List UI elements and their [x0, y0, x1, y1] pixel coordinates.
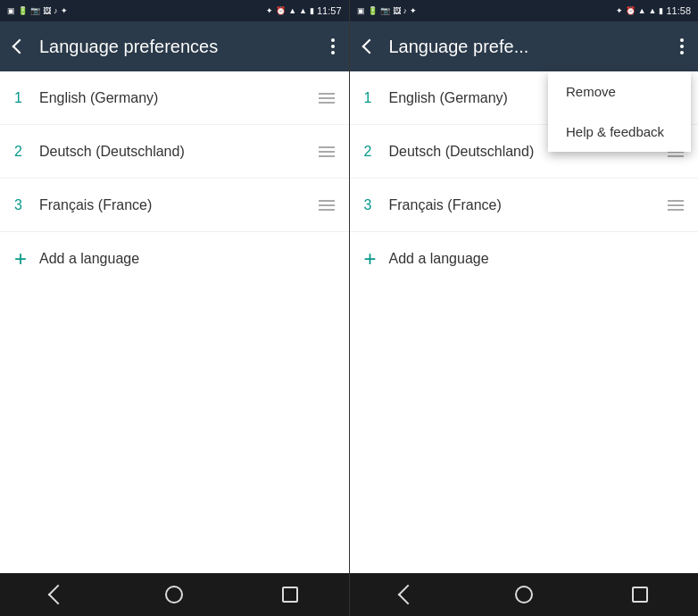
- language-list-left: 1 English (Germany) 2 Deutsch (Deutschla…: [0, 71, 349, 573]
- dropdown-help-feedback[interactable]: Help & feedback: [548, 112, 691, 152]
- nav-home-left[interactable]: [152, 573, 196, 616]
- right-screen: ▣ 🔋 📷 🖼 ♪ ✦ ✦ ⏰ ▲ ▲ ▮ 11:58 Language pre…: [350, 0, 699, 616]
- nav-back-left[interactable]: [36, 573, 80, 616]
- lang-name-3-left: Français (France): [39, 197, 319, 213]
- bt-icon-r: ✦: [616, 7, 623, 15]
- lang-number-2-right: 2: [364, 144, 389, 160]
- status-icons-right: ✦ ⏰ ▲ ▲ ▮ 11:57: [266, 5, 341, 16]
- language-item-2-left[interactable]: 2 Deutsch (Deutschland): [0, 125, 349, 179]
- camera-icon: 📷: [30, 7, 40, 15]
- wifi-icon: ▲: [288, 7, 296, 15]
- battery-small-icon: 🔋: [18, 7, 28, 15]
- bt-icon: ✦: [266, 7, 273, 15]
- add-language-item-right[interactable]: + Add a language: [350, 232, 699, 286]
- app-title-right: Language prefe...: [389, 37, 667, 57]
- add-icon-right: +: [364, 246, 389, 271]
- nav-recents-right[interactable]: [618, 573, 662, 616]
- lang-number-2-left: 2: [14, 144, 39, 160]
- nav-recents-left[interactable]: [268, 573, 312, 616]
- battery-small-icon-r: 🔋: [368, 7, 378, 15]
- add-language-label-right: Add a language: [389, 251, 489, 267]
- app-bar-left: Language preferences: [0, 21, 349, 71]
- nav-home-right[interactable]: [502, 573, 546, 616]
- dropdown-remove[interactable]: Remove: [548, 71, 691, 112]
- signal-icon-r: ▲: [649, 7, 657, 15]
- alarm-icon: ⏰: [276, 7, 286, 15]
- status-icons-right-right: ✦ ⏰ ▲ ▲ ▮ 11:58: [616, 5, 691, 16]
- dropdown-menu: Remove Help & feedback: [548, 71, 691, 152]
- more-options-button-right[interactable]: [680, 38, 684, 54]
- drag-handle-3-left[interactable]: [319, 200, 335, 211]
- drag-handle-1-left[interactable]: [319, 93, 335, 104]
- language-item-3-right[interactable]: 3 Français (France): [350, 179, 699, 232]
- lang-number-3-left: 3: [14, 197, 39, 213]
- status-time-right: 11:58: [666, 5, 691, 16]
- status-bar-left: ▣ 🔋 📷 🖼 ♪ ✦ ✦ ⏰ ▲ ▲ ▮ 11:57: [0, 0, 349, 21]
- sim-icon: ▣: [7, 7, 15, 15]
- lang-name-2-left: Deutsch (Deutschland): [39, 144, 319, 160]
- status-icons-left: ▣ 🔋 📷 🖼 ♪ ✦: [7, 7, 68, 15]
- status-bar-right: ▣ 🔋 📷 🖼 ♪ ✦ ✦ ⏰ ▲ ▲ ▮ 11:58: [350, 0, 699, 21]
- back-button-left[interactable]: [14, 41, 25, 52]
- back-button-right[interactable]: [364, 41, 375, 52]
- lang-number-3-right: 3: [364, 197, 389, 213]
- lang-number-1-left: 1: [14, 90, 39, 106]
- app-bar-right: Language prefe...: [350, 21, 699, 71]
- battery-icon: ▮: [310, 7, 314, 15]
- music-icon: ♪: [54, 7, 58, 15]
- photo-icon: 🖼: [43, 7, 51, 15]
- nav-bar-right: [350, 573, 699, 616]
- lang-name-1-left: English (Germany): [39, 90, 319, 106]
- left-screen: ▣ 🔋 📷 🖼 ♪ ✦ ✦ ⏰ ▲ ▲ ▮ 11:57 Language pre…: [0, 0, 349, 616]
- add-language-item-left[interactable]: + Add a language: [0, 232, 349, 286]
- app-title-left: Language preferences: [39, 37, 317, 57]
- music-icon-r: ♪: [403, 7, 408, 15]
- more-options-button-left[interactable]: [331, 38, 335, 54]
- language-item-3-left[interactable]: 3 Français (France): [0, 179, 349, 232]
- status-icons-right-left: ▣ 🔋 📷 🖼 ♪ ✦: [357, 7, 418, 15]
- status-time-left: 11:57: [317, 5, 342, 16]
- add-language-label-left: Add a language: [39, 251, 139, 267]
- sim-icon-r: ▣: [357, 7, 365, 15]
- nav-back-right[interactable]: [386, 573, 430, 616]
- lang-number-1-right: 1: [364, 90, 389, 106]
- camera-icon-r: 📷: [380, 7, 390, 15]
- photo-icon-r: 🖼: [393, 7, 401, 15]
- nav-bar-left: [0, 573, 349, 616]
- drag-handle-3-right[interactable]: [668, 200, 684, 211]
- signal-icon: ▲: [299, 7, 307, 15]
- alarm-icon-r: ⏰: [626, 7, 636, 15]
- battery-icon-r: ▮: [659, 7, 663, 15]
- bluetooth-icon-r: ✦: [410, 7, 417, 15]
- bluetooth-icon-left: ✦: [61, 7, 68, 15]
- language-item-1-left[interactable]: 1 English (Germany): [0, 71, 349, 125]
- lang-name-3-right: Français (France): [389, 197, 669, 213]
- drag-handle-2-left[interactable]: [319, 146, 335, 157]
- add-icon-left: +: [14, 246, 39, 271]
- wifi-icon-r: ▲: [638, 7, 646, 15]
